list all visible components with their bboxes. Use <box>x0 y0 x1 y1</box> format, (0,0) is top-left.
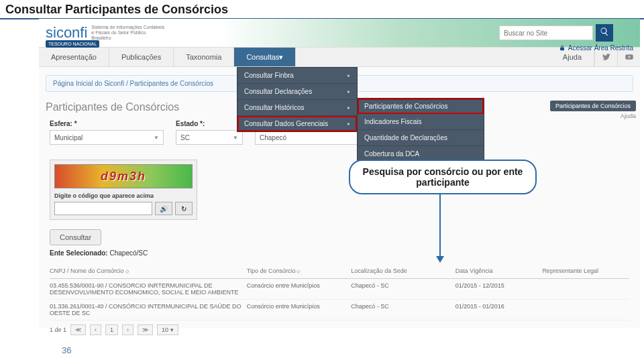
site-search <box>499 24 613 42</box>
siconfi-logo: siconfi <box>39 24 91 42</box>
app-frame: siconfi Sistema de Informações Contábeis… <box>39 19 640 328</box>
refresh-icon: ↻ <box>181 205 186 213</box>
page-context-badge: Participantes de Consórcios <box>550 101 636 111</box>
esfera-label: Esfera: * <box>50 120 164 127</box>
pager-page[interactable]: 1 <box>105 324 118 335</box>
captcha-refresh-button[interactable]: ↻ <box>175 202 193 215</box>
col-cnpj-nome[interactable]: CNPJ / Nome do Consórcio◇ <box>50 267 247 274</box>
sort-icon: ◇ <box>297 269 300 274</box>
search-button[interactable] <box>596 24 613 42</box>
table-pager: 1 de 1 ≪ ‹ 1 › ≫ 10 ▾ <box>50 324 629 335</box>
chevron-right-icon: ▸ <box>347 88 350 95</box>
estado-select[interactable]: SC▼ <box>176 130 243 145</box>
main-nav: Apresentação Publicações Taxonomia Consu… <box>39 47 640 67</box>
captcha-image: d9m3h <box>54 164 193 188</box>
tesouro-badge: TESOURO NACIONAL <box>46 40 99 48</box>
pager-size-select[interactable]: 10 ▾ <box>157 324 178 335</box>
ente-selecionado: Ente Selecionado: Chapecó/SC <box>50 249 629 257</box>
col-vigencia: Data Vigência <box>455 267 543 274</box>
sm-participantes-consorcios[interactable]: Participantes de Consórcios <box>358 99 484 114</box>
logo-subtitle: Sistema de Informações Contábeis e Fisca… <box>91 25 165 40</box>
nav-consultas[interactable]: Consultas ▾ <box>234 48 296 66</box>
pager-last[interactable]: ≫ <box>138 324 153 335</box>
topbar: siconfi Sistema de Informações Contábeis… <box>39 19 640 47</box>
table-header: CNPJ / Nome do Consórcio◇ Tipo de Consór… <box>50 263 629 279</box>
sm-indicadores-fiscais[interactable]: Indicadores Fiscais <box>358 114 484 130</box>
nav-apresentacao[interactable]: Apresentação <box>39 48 109 66</box>
dados-gerenciais-submenu: Participantes de Consórcios Indicadores … <box>357 98 484 163</box>
estado-label: Estado *: <box>176 120 243 127</box>
pager-info: 1 de 1 <box>50 326 66 333</box>
chevron-right-icon: ▸ <box>347 72 350 78</box>
captcha-audio-button[interactable]: 🔊 <box>155 202 172 215</box>
col-tipo[interactable]: Tipo de Consórcio◇ <box>247 267 352 274</box>
slide-page-number: 36 <box>62 345 71 355</box>
col-representante: Representante Legal <box>542 267 629 274</box>
dd-historicos[interactable]: Consultar Históricos▸ <box>237 100 357 116</box>
consultar-button[interactable]: Consultar <box>50 229 101 245</box>
pager-prev[interactable]: ‹ <box>90 324 101 335</box>
search-input[interactable] <box>499 25 593 40</box>
dd-declaracoes[interactable]: Consultar Declarações▸ <box>237 84 357 100</box>
acessar-area-restrita-link[interactable]: Acessar Área Restrita <box>559 44 633 52</box>
nav-taxonomia[interactable]: Taxonomia <box>174 48 234 66</box>
chevron-right-icon: ▸ <box>347 105 350 111</box>
nav-publicacoes[interactable]: Publicações <box>109 48 174 66</box>
table-row: 03.455.536/0001-90 / CONSORCIO INRTERMUN… <box>50 279 629 300</box>
slide-title: Consultar Participantes de Consórcios <box>0 0 644 19</box>
pager-first[interactable]: ≪ <box>70 324 86 335</box>
audio-icon: 🔊 <box>160 205 168 213</box>
ajuda-link[interactable]: Ajuda <box>621 113 636 119</box>
captcha-label: Digite o código que aparece acima <box>54 192 193 199</box>
chevron-right-icon: ▸ <box>347 121 350 127</box>
consorcios-table: CNPJ / Nome do Consórcio◇ Tipo de Consór… <box>50 263 629 320</box>
search-icon <box>600 27 609 39</box>
captcha-input[interactable] <box>54 202 152 215</box>
chevron-down-icon: ▼ <box>233 135 238 141</box>
nav-spacer <box>296 48 551 66</box>
captcha-box: d9m3h Digite o código que aparece acima … <box>50 160 197 220</box>
annotation-arrow <box>439 194 441 261</box>
dd-finbra[interactable]: Consultar Finbra▸ <box>237 68 357 84</box>
sort-icon: ◇ <box>125 269 129 274</box>
annotation-callout: Pesquisa por consórcio ou por ente parti… <box>349 160 537 194</box>
sm-quantidade-declaracoes[interactable]: Quantidade de Declarações <box>358 130 484 146</box>
dd-dados-gerenciais[interactable]: Consultar Dados Gerenciais▸ <box>237 116 357 131</box>
table-row: 01.336.261/0001-40 / CONSÓRCIO INTERMUNI… <box>50 300 629 320</box>
consultas-dropdown: Consultar Finbra▸ Consultar Declarações▸… <box>237 67 358 132</box>
lock-icon <box>559 45 566 52</box>
esfera-select[interactable]: Municipal▼ <box>50 130 164 145</box>
col-localizacao: Localização da Sede <box>351 267 455 274</box>
chevron-down-icon: ▼ <box>154 135 159 141</box>
pager-next[interactable]: › <box>122 324 133 335</box>
